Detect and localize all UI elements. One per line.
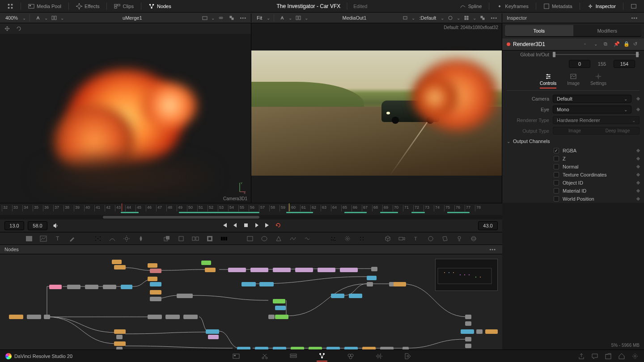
flow-node[interactable]	[85, 285, 98, 289]
flow-node[interactable]	[103, 285, 116, 289]
spline-button[interactable]: Spline	[456, 1, 486, 11]
flow-node[interactable]	[259, 282, 274, 286]
page-cut[interactable]	[259, 351, 270, 362]
chevron-down-icon[interactable]	[411, 15, 415, 21]
chevron-down-icon[interactable]	[305, 15, 308, 21]
loop-button[interactable]	[275, 222, 281, 229]
menu-dots-icon[interactable]: •••	[489, 15, 499, 21]
flow-node[interactable]	[273, 299, 285, 303]
paint-tool-icon[interactable]	[68, 235, 76, 243]
flow-node[interactable]	[485, 329, 498, 334]
zoom-level[interactable]: 400%	[3, 15, 21, 21]
nodes-minimap[interactable]	[435, 259, 498, 291]
page-edit[interactable]	[288, 351, 299, 362]
transform-tool-icon[interactable]	[177, 235, 185, 243]
chat-icon[interactable]	[591, 353, 598, 360]
settings-icon[interactable]	[631, 353, 639, 360]
range-end-field[interactable]: 58.0	[28, 221, 47, 230]
mask-wand-tool-icon[interactable]	[303, 235, 311, 243]
metadata-button[interactable]: Metadata	[540, 1, 576, 11]
flow-node[interactable]	[340, 268, 358, 272]
grid-icon[interactable]	[462, 13, 471, 22]
timeline-scrollbar[interactable]	[0, 215, 502, 219]
flow-node[interactable]	[150, 297, 161, 301]
flow-node[interactable]	[206, 329, 219, 334]
flow-node[interactable]	[150, 269, 161, 273]
keyframes-button[interactable]: Keyframes	[493, 1, 532, 11]
background-tool-icon[interactable]	[25, 235, 33, 243]
flow-node[interactable]	[208, 335, 219, 339]
prender-tool-icon[interactable]	[358, 235, 366, 243]
zoom-chevron-icon[interactable]	[22, 15, 26, 21]
flow-node[interactable]	[275, 306, 286, 310]
chevron-down-icon[interactable]	[457, 15, 460, 21]
scrollbar-thumb[interactable]	[103, 216, 259, 219]
checker-icon[interactable]	[227, 13, 236, 22]
shape3d-tool-icon[interactable]	[427, 235, 435, 243]
tab-modifiers[interactable]: Modifiers	[573, 25, 642, 36]
chevron-down-icon[interactable]	[441, 15, 444, 21]
fastnoise-tool-icon[interactable]	[39, 235, 47, 243]
eye-select[interactable]: Mono	[553, 105, 631, 114]
chevron-down-icon[interactable]	[473, 15, 476, 21]
channel-checkbox[interactable]	[554, 188, 559, 194]
go-end-button[interactable]	[264, 222, 271, 229]
home-icon[interactable]	[618, 353, 625, 360]
image3d-tool-icon[interactable]	[441, 235, 449, 243]
tracker-tool-icon[interactable]	[94, 235, 102, 243]
channel-checkbox[interactable]	[554, 164, 559, 169]
flow-node[interactable]	[67, 285, 80, 289]
flow-node[interactable]	[205, 268, 216, 272]
page-deliver[interactable]	[402, 351, 413, 362]
light3d-tool-icon[interactable]	[455, 235, 463, 243]
split-view-icon[interactable]	[50, 13, 59, 22]
tab-tools[interactable]: Tools	[505, 25, 573, 36]
keyframe-icon[interactable]	[636, 181, 640, 185]
media-pool-button[interactable]: Media Pool	[25, 1, 65, 11]
move-tool-icon[interactable]	[3, 24, 12, 33]
flow-node[interactable]	[476, 329, 483, 334]
pin-icon[interactable]: 📌	[614, 41, 620, 47]
mask-ellipse-tool-icon[interactable]	[260, 235, 268, 243]
global-in-field[interactable]: 0	[569, 60, 590, 68]
menu-dots-icon[interactable]: •••	[238, 15, 248, 21]
brightness-tool-icon[interactable]	[123, 235, 131, 243]
keyframe-icon[interactable]	[636, 173, 640, 177]
flow-node[interactable]	[371, 267, 377, 271]
inspector-node-header[interactable]: Renderer3D1 ◦ ⧉ 📌 🔒 ↺	[502, 38, 644, 51]
keyframe-icon[interactable]	[636, 108, 640, 111]
nodes-button[interactable]: Nodes	[145, 1, 175, 11]
colorcorrect-tool-icon[interactable]	[108, 235, 116, 243]
fit-label[interactable]: Fit	[254, 15, 265, 21]
subtab-image[interactable]: Image	[567, 73, 580, 88]
flow-node[interactable]	[367, 282, 373, 286]
workspace-dropdown[interactable]	[4, 1, 17, 11]
flow-node[interactable]	[465, 321, 471, 326]
3d-tool-icon[interactable]	[384, 235, 392, 243]
flow-node[interactable]	[461, 329, 474, 334]
resize-tool-icon[interactable]	[191, 235, 199, 243]
channel-checkbox[interactable]	[554, 148, 559, 153]
menu-dots-icon[interactable]: •••	[629, 15, 640, 21]
flow-node[interactable]	[242, 282, 256, 286]
text3d-tool-icon[interactable]: T	[412, 235, 420, 243]
render3d-tool-icon[interactable]	[470, 235, 478, 243]
chevron-down-icon[interactable]	[288, 15, 292, 21]
flow-node[interactable]	[273, 268, 291, 272]
flow-node[interactable]	[331, 294, 344, 298]
lut-select[interactable]: :Default	[417, 15, 439, 21]
go-start-button[interactable]	[221, 222, 228, 229]
keyframe-icon[interactable]	[636, 165, 640, 168]
channel-checkbox[interactable]	[554, 156, 559, 161]
flow-node[interactable]	[165, 315, 180, 319]
project-icon[interactable]	[605, 353, 612, 360]
flow-node[interactable]	[114, 329, 126, 334]
flow-node[interactable]	[349, 294, 362, 298]
expand-button[interactable]	[627, 1, 640, 11]
channel-checkbox[interactable]	[554, 196, 559, 202]
flow-node[interactable]	[250, 268, 268, 272]
stereo-icon[interactable]	[216, 13, 225, 22]
subtab-settings[interactable]: Settings	[590, 73, 606, 88]
step-back-button[interactable]	[232, 222, 238, 229]
keyframe-icon[interactable]	[636, 157, 640, 160]
